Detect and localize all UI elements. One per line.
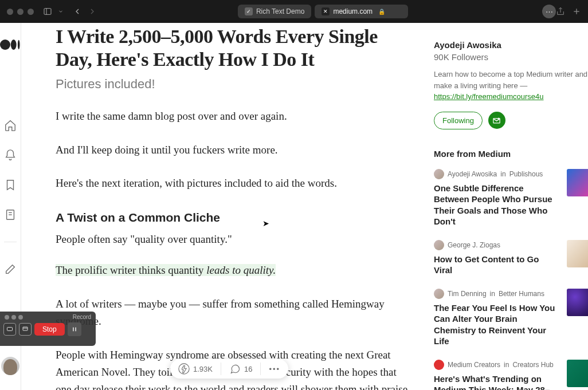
paragraph: The prolific writer thinks quantity lead… bbox=[56, 262, 411, 279]
recommendation[interactable]: Medium CreatorsinCreators Hub Here's Wha… bbox=[434, 360, 588, 391]
tab-label: medium.com bbox=[333, 7, 373, 15]
bell-icon[interactable] bbox=[4, 149, 17, 161]
recommendation[interactable]: Tim DenninginBetter Humans The Fear You … bbox=[434, 289, 588, 347]
section-heading: A Twist on a Common Cliche bbox=[56, 208, 411, 227]
author-avatar-icon bbox=[434, 169, 444, 179]
more-icon[interactable]: ⋯ bbox=[542, 5, 556, 18]
svg-rect-18 bbox=[73, 328, 74, 332]
comment-count: 16 bbox=[244, 365, 252, 373]
rec-thumb bbox=[567, 289, 588, 316]
article-title: I Write 2,500–5,000 Words Every Single D… bbox=[56, 25, 411, 71]
user-avatar[interactable] bbox=[1, 357, 19, 375]
lock-icon: 🔒 bbox=[378, 9, 385, 15]
rec-title: The Fear You Feel Is How You Can Alter Y… bbox=[434, 302, 559, 347]
clap-count: 1.93K bbox=[193, 365, 213, 373]
bio-link[interactable]: https://bit.ly/freemediumcourse4u bbox=[434, 92, 543, 101]
author-avatar-icon bbox=[434, 240, 444, 250]
subscribe-button[interactable] bbox=[488, 112, 505, 129]
stop-button[interactable]: Stop bbox=[34, 323, 65, 336]
paragraph: I write the same damn blog post over and… bbox=[56, 108, 411, 125]
rec-title: One Subtle Difference Between People Who… bbox=[434, 183, 559, 227]
article-subtitle: Pictures included! bbox=[56, 77, 411, 92]
svg-rect-16 bbox=[23, 327, 28, 330]
chevron-down-icon[interactable] bbox=[58, 9, 64, 14]
record-label: Record bbox=[73, 314, 91, 320]
rec-title: How to Get Content to Go Viral bbox=[434, 254, 559, 276]
recommendation[interactable]: Ayodeji AwosikainPublishous One Subtle D… bbox=[434, 169, 588, 227]
rec-thumb bbox=[567, 169, 588, 196]
cursor-icon: ➤ bbox=[262, 219, 269, 228]
tab-label: Rich Text Demo bbox=[256, 7, 304, 15]
tab-medium[interactable]: ✕ medium.com 🔒 bbox=[315, 5, 408, 18]
rec-thumb bbox=[567, 240, 588, 267]
author-bio: Learn how to become a top Medium writer … bbox=[434, 69, 588, 103]
author-avatar-icon bbox=[434, 289, 444, 299]
tab-rich-text-demo[interactable]: ✓ Rich Text Demo bbox=[238, 5, 311, 18]
right-rail: Ayodeji Awosika 90K Followers Learn how … bbox=[434, 23, 588, 390]
paragraph: People often say "quality over quantity.… bbox=[56, 231, 411, 248]
svg-point-5 bbox=[0, 40, 10, 50]
stories-icon[interactable] bbox=[4, 208, 17, 221]
svg-rect-15 bbox=[7, 328, 13, 331]
author-name[interactable]: Ayodeji Awosika bbox=[434, 40, 588, 50]
forward-icon[interactable] bbox=[88, 7, 97, 16]
medium-logo[interactable] bbox=[0, 39, 21, 50]
capture-window-button[interactable] bbox=[19, 323, 32, 336]
rec-title: Here's What's Trending on Medium This We… bbox=[434, 373, 559, 391]
svg-rect-19 bbox=[75, 328, 76, 332]
engagement-bar: 1.93K 16 ••• bbox=[170, 359, 288, 379]
window-controls[interactable] bbox=[5, 315, 23, 320]
svg-rect-0 bbox=[44, 9, 51, 15]
browser-toolbar: ✓ Rich Text Demo ✕ medium.com 🔒 ⋯ bbox=[0, 0, 588, 23]
tab-favicon: ✕ bbox=[322, 7, 330, 15]
more-from-heading: More from Medium bbox=[434, 149, 588, 159]
home-icon[interactable] bbox=[4, 119, 17, 132]
sidebar-toggle-icon[interactable] bbox=[43, 7, 52, 16]
more-button[interactable]: ••• bbox=[269, 365, 280, 373]
paragraph: A lot of writers — maybe you — suffer fr… bbox=[56, 296, 411, 330]
svg-point-7 bbox=[18, 40, 20, 49]
share-icon[interactable] bbox=[556, 7, 565, 16]
bookmark-icon[interactable] bbox=[4, 179, 17, 191]
comment-button[interactable]: 16 bbox=[229, 363, 252, 375]
screen-record-bar: Record Stop bbox=[0, 312, 96, 346]
tab-favicon: ✓ bbox=[245, 7, 253, 15]
write-icon[interactable] bbox=[4, 263, 17, 275]
article: I Write 2,500–5,000 Words Every Single D… bbox=[56, 23, 411, 390]
follower-count: 90K Followers bbox=[434, 52, 588, 62]
window-controls[interactable] bbox=[7, 9, 34, 15]
new-tab-icon[interactable] bbox=[572, 7, 581, 16]
recommendation[interactable]: George J. Ziogas How to Get Content to G… bbox=[434, 240, 588, 276]
clap-button[interactable]: 1.93K bbox=[178, 363, 213, 375]
follow-button[interactable]: Following bbox=[434, 112, 483, 129]
svg-point-6 bbox=[11, 40, 17, 50]
back-icon[interactable] bbox=[73, 7, 82, 16]
pause-button[interactable] bbox=[68, 322, 81, 336]
rec-thumb bbox=[567, 360, 588, 387]
paragraph: And I'll keep doing it until you fuckers… bbox=[56, 141, 411, 159]
capture-screen-button[interactable] bbox=[3, 323, 16, 336]
author-avatar-icon bbox=[434, 360, 444, 370]
paragraph: Here's the next iteration, with pictures… bbox=[56, 175, 411, 192]
divider bbox=[4, 242, 17, 242]
